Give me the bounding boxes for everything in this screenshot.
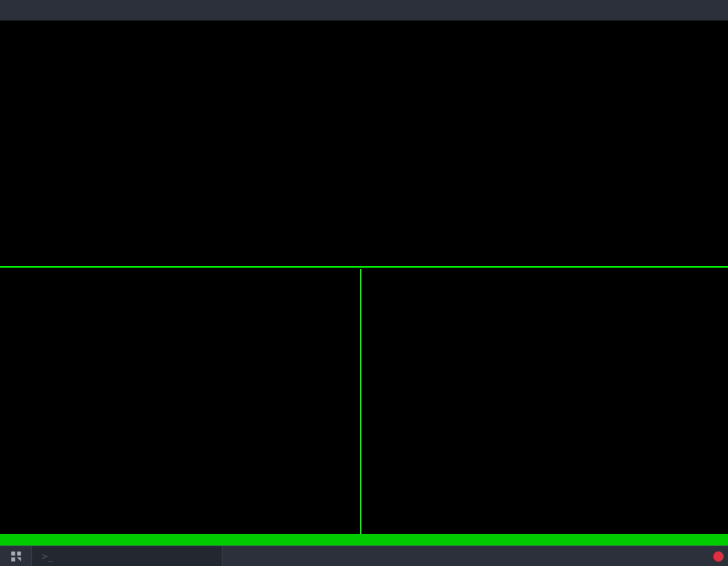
svg-rect-2: [11, 557, 15, 561]
menu-bar: [0, 0, 728, 20]
pane-bottom-left[interactable]: [0, 269, 360, 534]
taskbar-task-terminal[interactable]: >_: [32, 546, 222, 567]
menu-help[interactable]: [85, 7, 100, 13]
menu-bookmarks[interactable]: [53, 7, 67, 13]
menu-view[interactable]: [37, 7, 51, 13]
tmux-status-bar[interactable]: [0, 534, 728, 546]
terminal[interactable]: [0, 20, 728, 546]
app-launcher-icon[interactable]: [0, 546, 32, 567]
terminal-icon: >_: [41, 551, 53, 562]
svg-marker-3: [17, 557, 20, 561]
svg-rect-1: [17, 551, 20, 555]
menu-file[interactable]: [4, 7, 19, 13]
svg-rect-0: [11, 551, 15, 555]
menu-settings[interactable]: [69, 7, 83, 13]
taskbar: >_: [0, 546, 728, 566]
pane-bottom-right-htop[interactable]: [361, 269, 728, 534]
close-icon[interactable]: [713, 551, 724, 562]
pane-top[interactable]: [0, 20, 728, 268]
menu-edit[interactable]: [20, 7, 35, 13]
